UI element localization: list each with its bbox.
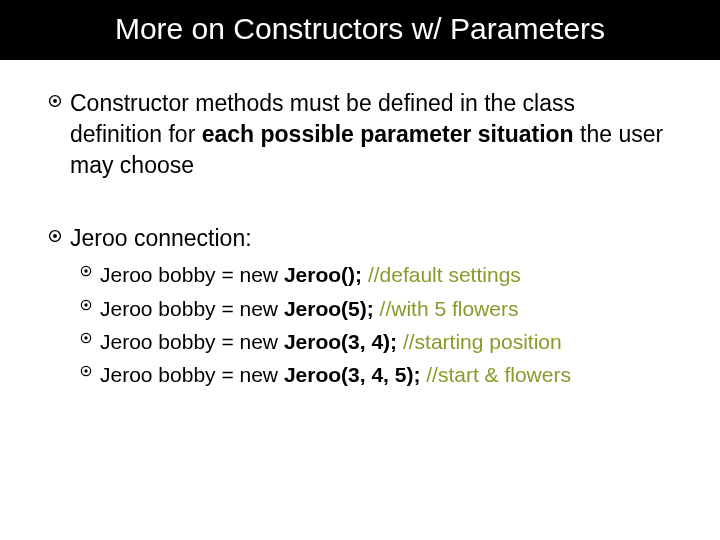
code-prefix: Jeroo bobby = new: [100, 363, 284, 386]
code-comment: //with 5 flowers: [374, 297, 519, 320]
example-text: Jeroo bobby = new Jeroo(); //default set…: [100, 260, 521, 289]
svg-point-3: [53, 234, 57, 238]
code-call: Jeroo(3, 4);: [284, 330, 397, 353]
bullet-jeroo-connection: Jeroo connection:: [48, 223, 672, 254]
title-bar: More on Constructors w/ Parameters: [0, 0, 720, 60]
code-comment: //start & flowers: [420, 363, 571, 386]
svg-point-1: [53, 99, 57, 103]
code-comment: //default settings: [362, 263, 521, 286]
slide: More on Constructors w/ Parameters Const…: [0, 0, 720, 540]
svg-point-11: [84, 370, 87, 373]
code-prefix: Jeroo bobby = new: [100, 330, 284, 353]
bullet-text: Jeroo connection:: [70, 223, 252, 254]
example-row: Jeroo bobby = new Jeroo(); //default set…: [80, 260, 672, 289]
slide-content: Constructor methods must be defined in t…: [0, 60, 720, 390]
code-prefix: Jeroo bobby = new: [100, 297, 284, 320]
code-call: Jeroo(3, 4, 5);: [284, 363, 421, 386]
svg-point-7: [84, 303, 87, 306]
target-bullet-icon: [48, 94, 62, 108]
sub-bullets: Jeroo bobby = new Jeroo(); //default set…: [80, 260, 672, 390]
example-row: Jeroo bobby = new Jeroo(3, 4, 5); //star…: [80, 360, 672, 389]
slide-title: More on Constructors w/ Parameters: [0, 12, 720, 46]
example-text: Jeroo bobby = new Jeroo(5); //with 5 flo…: [100, 294, 518, 323]
bullet-text: Constructor methods must be defined in t…: [70, 88, 672, 181]
svg-point-9: [84, 336, 87, 339]
example-text: Jeroo bobby = new Jeroo(3, 4, 5); //star…: [100, 360, 571, 389]
example-row: Jeroo bobby = new Jeroo(5); //with 5 flo…: [80, 294, 672, 323]
code-comment: //starting position: [397, 330, 562, 353]
target-bullet-icon: [48, 229, 62, 243]
example-row: Jeroo bobby = new Jeroo(3, 4); //startin…: [80, 327, 672, 356]
bullet-constructor-methods: Constructor methods must be defined in t…: [48, 88, 672, 181]
target-bullet-icon: [80, 299, 92, 311]
code-call: Jeroo(5);: [284, 297, 374, 320]
text-bold: each possible parameter situation: [202, 121, 574, 147]
code-call: Jeroo();: [284, 263, 362, 286]
example-text: Jeroo bobby = new Jeroo(3, 4); //startin…: [100, 327, 562, 356]
target-bullet-icon: [80, 332, 92, 344]
code-prefix: Jeroo bobby = new: [100, 263, 284, 286]
target-bullet-icon: [80, 265, 92, 277]
svg-point-5: [84, 270, 87, 273]
target-bullet-icon: [80, 365, 92, 377]
